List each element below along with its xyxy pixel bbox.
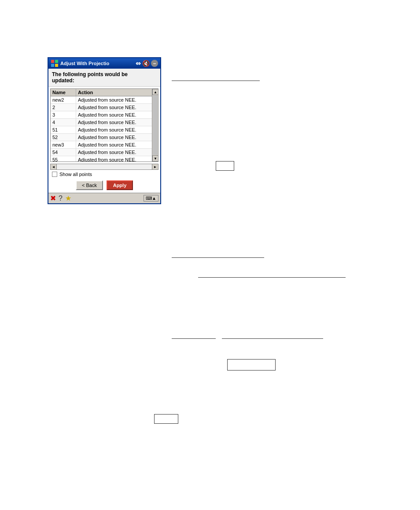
table-row: 55 Adjusted from source NEE. <box>51 156 152 161</box>
apply-button[interactable]: Apply <box>107 180 133 190</box>
scroll-up-button[interactable]: ▲ <box>152 89 158 95</box>
cell-name: 4 <box>51 119 76 126</box>
table-row: 54 Adjusted from source NEE. <box>51 149 152 156</box>
deco-line-1 <box>172 81 260 81</box>
cell-action: Adjusted from source NEE. <box>76 119 152 126</box>
cell-name: 52 <box>51 134 76 141</box>
scroll-right-button[interactable]: ► <box>152 164 158 169</box>
table-row: new2 Adjusted from source NEE. <box>51 96 152 104</box>
titlebar-controls: ⇔ 🔇 – <box>136 60 158 67</box>
window-message: The following points would be updated: <box>48 69 160 87</box>
svg-rect-1 <box>55 60 58 63</box>
cell-action: Adjusted from source NEE. <box>76 149 152 156</box>
sound-icon[interactable]: 🔇 <box>142 60 150 67</box>
scroll-thumb[interactable] <box>153 95 158 155</box>
cell-name: 2 <box>51 104 76 111</box>
data-table-container: Name Action new2 Adjusted from source NE… <box>50 88 158 162</box>
cell-action: Adjusted from source NEE. <box>76 141 152 148</box>
deco-box-1 <box>216 161 234 171</box>
scroll-left-button[interactable]: ◄ <box>51 164 57 169</box>
cell-name: 55 <box>51 156 76 161</box>
cell-name: 54 <box>51 149 76 156</box>
svg-rect-2 <box>51 64 54 67</box>
horizontal-scrollbar[interactable]: ◄ ► <box>50 164 158 170</box>
close-icon[interactable]: ✖ <box>50 194 56 202</box>
help-icon[interactable]: ? <box>59 194 63 202</box>
show-all-row: Show all points <box>48 170 160 179</box>
col-header-action: Action <box>76 89 152 96</box>
minimize-icon[interactable]: – <box>151 60 158 67</box>
deco-box-2 <box>227 359 276 371</box>
cell-action: Adjusted from source NEE. <box>76 111 152 118</box>
cell-action: Adjusted from source NEE. <box>76 134 152 141</box>
deco-line-3 <box>198 277 346 278</box>
deco-line-4 <box>172 338 216 339</box>
window-body: The following points would be updated: N… <box>48 69 160 203</box>
table-row: 51 Adjusted from source NEE. <box>51 126 152 134</box>
svg-rect-3 <box>55 64 58 67</box>
cell-name: 51 <box>51 126 76 133</box>
table-row: 52 Adjusted from source NEE. <box>51 134 152 141</box>
deco-line-2 <box>172 257 264 258</box>
keyboard-button[interactable]: ⌨▲ <box>144 195 158 202</box>
table-row: new3 Adjusted from source NEE. <box>51 141 152 149</box>
cell-action: Adjusted from source NEE. <box>76 156 152 161</box>
show-all-checkbox[interactable] <box>52 172 57 177</box>
deco-line-5 <box>222 338 323 339</box>
show-all-label: Show all points <box>59 172 92 177</box>
statusbar: ✖ ? ★ ⌨▲ <box>48 193 160 203</box>
table-header: Name Action <box>51 89 152 96</box>
window-title: Adjust With Projectio <box>60 61 134 66</box>
cell-name: new3 <box>51 141 76 148</box>
back-button[interactable]: < Back <box>76 180 103 190</box>
table-row: 2 Adjusted from source NEE. <box>51 104 152 111</box>
cell-action: Adjusted from source NEE. <box>76 96 152 103</box>
scroll-track-h <box>57 164 152 169</box>
adjust-with-projection-window: Adjust With Projectio ⇔ 🔇 – The followin… <box>48 57 161 204</box>
table-row: 3 Adjusted from source NEE. <box>51 111 152 119</box>
pin-icon[interactable]: ⇔ <box>136 60 141 67</box>
windows-logo-icon <box>51 59 59 67</box>
col-header-name: Name <box>51 89 76 96</box>
svg-rect-0 <box>51 60 54 63</box>
cell-name: new2 <box>51 96 76 103</box>
scroll-down-button[interactable]: ▼ <box>152 155 158 161</box>
buttons-row: < Back Apply <box>48 179 160 193</box>
table-rows: new2 Adjusted from source NEE. 2 Adjuste… <box>51 96 152 161</box>
favorite-icon[interactable]: ★ <box>65 194 71 202</box>
deco-box-3 <box>154 414 178 424</box>
cell-action: Adjusted from source NEE. <box>76 104 152 111</box>
table-row: 4 Adjusted from source NEE. <box>51 119 152 126</box>
table-inner: Name Action new2 Adjusted from source NE… <box>51 89 152 161</box>
vertical-scrollbar[interactable]: ▲ ▼ <box>152 89 158 161</box>
titlebar: Adjust With Projectio ⇔ 🔇 – <box>48 58 160 69</box>
cell-name: 3 <box>51 111 76 118</box>
cell-action: Adjusted from source NEE. <box>76 126 152 133</box>
